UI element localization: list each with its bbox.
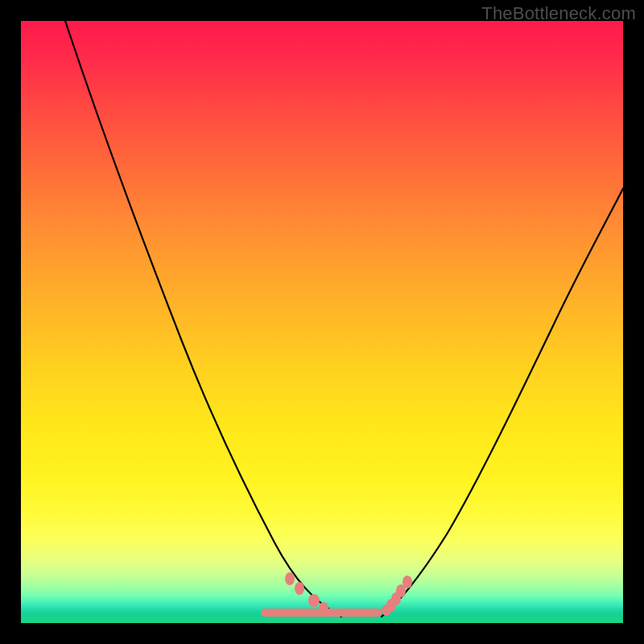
marker-cluster-left xyxy=(285,572,328,613)
bottleneck-curve xyxy=(21,21,623,623)
curve-left-branch xyxy=(65,21,341,617)
watermark-text: TheBottleneck.com xyxy=(481,3,636,24)
curve-right-branch xyxy=(382,188,623,617)
svg-point-1 xyxy=(295,582,304,595)
marker-cluster-right xyxy=(382,576,412,616)
svg-point-2 xyxy=(308,594,320,607)
plot-area xyxy=(21,21,623,623)
outer-frame: TheBottleneck.com xyxy=(0,0,644,644)
svg-point-8 xyxy=(402,576,412,588)
bottom-marker-band xyxy=(261,609,382,617)
svg-point-0 xyxy=(285,572,295,585)
